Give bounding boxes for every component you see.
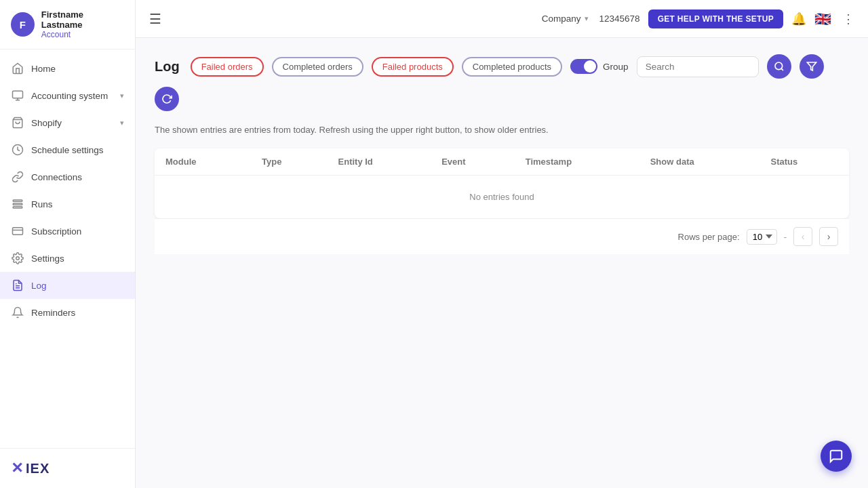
search-button[interactable] (767, 54, 791, 79)
sidebar-item-accounting-system[interactable]: Accounting system ▾ (0, 82, 135, 109)
accounting-icon (11, 89, 24, 102)
svg-rect-7 (13, 207, 22, 208)
logo: ✕IEX (11, 460, 124, 477)
table-body: No entries found (155, 176, 849, 219)
chevron-down-icon: ▾ (120, 119, 124, 127)
toggle-thumb (584, 60, 596, 73)
filter-button[interactable] (800, 54, 824, 79)
user-info: Firstname Lastname Account (41, 9, 124, 39)
connections-icon (11, 170, 24, 184)
no-entries-text: No entries found (155, 176, 849, 219)
chat-fab-button[interactable] (821, 441, 852, 472)
reminders-icon (11, 306, 24, 319)
settings-icon (11, 251, 24, 265)
sidebar-item-settings[interactable]: Settings (0, 245, 135, 272)
group-label: Group (603, 62, 629, 72)
svg-point-10 (16, 257, 20, 260)
sidebar-item-label: Connections (31, 172, 82, 182)
content-inner: Log Failed orders Completed orders Faile… (136, 38, 868, 270)
next-page-button[interactable]: › (819, 227, 838, 246)
failed-products-filter[interactable]: Failed products (372, 57, 454, 77)
sidebar-logo: ✕IEX (0, 448, 135, 488)
company-selector[interactable]: Company ▾ (542, 14, 589, 24)
completed-orders-filter[interactable]: Completed orders (272, 57, 363, 77)
log-table: Module Type Entity Id Event Timestamp Sh… (155, 148, 849, 218)
sidebar-item-log[interactable]: Log (0, 272, 135, 299)
subscription-icon (11, 224, 24, 238)
sidebar-item-subscription[interactable]: Subscription (0, 218, 135, 245)
sidebar-nav: Home Accounting system ▾ Shopify ▾ Sched… (0, 49, 135, 448)
more-options-icon[interactable]: ⋮ (842, 12, 854, 26)
clock-icon (11, 143, 24, 157)
prev-page-button[interactable]: ‹ (793, 227, 812, 246)
info-text: The shown entries are entries from today… (155, 125, 849, 135)
col-type: Type (251, 148, 328, 176)
user-role: Account (41, 30, 124, 39)
chevron-down-icon: ▾ (120, 92, 124, 100)
toggle-track[interactable] (570, 59, 597, 74)
svg-rect-0 (13, 91, 23, 98)
search-input[interactable] (637, 56, 759, 77)
home-icon (11, 62, 24, 75)
company-label: Company (542, 14, 581, 24)
sidebar: F Firstname Lastname Account Home Accoun… (0, 0, 136, 488)
log-icon (11, 279, 24, 292)
page-title: Log (155, 59, 180, 75)
rows-per-page-label: Rows per page: (678, 232, 740, 242)
failed-orders-filter[interactable]: Failed orders (191, 57, 264, 77)
bell-icon[interactable]: 🔔 (791, 12, 806, 26)
svg-line-14 (781, 68, 783, 70)
svg-rect-8 (13, 228, 23, 235)
svg-marker-15 (807, 62, 816, 70)
sidebar-item-label: Accounting system (31, 91, 108, 101)
sidebar-item-schedule-settings[interactable]: Schedule settings (0, 136, 135, 163)
sidebar-item-label: Shopify (31, 118, 62, 128)
completed-products-filter[interactable]: Completed products (462, 57, 562, 77)
group-toggle[interactable]: Group (570, 59, 629, 74)
sidebar-item-shopify[interactable]: Shopify ▾ (0, 109, 135, 136)
sidebar-item-label: Subscription (31, 226, 81, 237)
sidebar-item-reminders[interactable]: Reminders (0, 299, 135, 326)
topbar: ☰ Company ▾ 12345678 GET HELP WITH THE S… (136, 0, 868, 38)
log-header: Log Failed orders Completed orders Faile… (155, 54, 849, 111)
svg-rect-5 (13, 200, 22, 201)
sidebar-item-label: Log (31, 281, 47, 291)
col-timestamp: Timestamp (515, 148, 639, 176)
col-event: Event (431, 148, 515, 176)
flag-icon[interactable]: 🇬🇧 (814, 11, 831, 27)
svg-rect-6 (13, 203, 22, 205)
col-status: Status (760, 148, 850, 176)
hamburger-menu-icon[interactable]: ☰ (149, 11, 161, 27)
sidebar-item-runs[interactable]: Runs (0, 190, 135, 218)
runs-icon (11, 197, 24, 211)
col-module: Module (155, 148, 251, 176)
refresh-button[interactable] (155, 87, 179, 111)
rows-per-page-select[interactable]: 10 25 50 (747, 229, 777, 245)
pagination: Rows per page: 10 25 50 - ‹ › (155, 218, 849, 254)
table-row-empty: No entries found (155, 176, 849, 219)
sidebar-header: F Firstname Lastname Account (0, 0, 135, 49)
sidebar-item-home[interactable]: Home (0, 55, 135, 82)
company-id: 12345678 (599, 14, 640, 24)
sidebar-item-label: Schedule settings (31, 145, 104, 155)
sidebar-item-connections[interactable]: Connections (0, 163, 135, 190)
help-button[interactable]: GET HELP WITH THE SETUP (648, 9, 783, 28)
main-area: ☰ Company ▾ 12345678 GET HELP WITH THE S… (136, 0, 868, 488)
chevron-down-icon: ▾ (585, 14, 589, 23)
col-entity-id: Entity Id (328, 148, 431, 176)
content-area: Log Failed orders Completed orders Faile… (136, 38, 868, 488)
svg-point-13 (775, 62, 783, 70)
table-header: Module Type Entity Id Event Timestamp Sh… (155, 148, 849, 176)
page-info: - (784, 232, 787, 242)
col-show-data: Show data (639, 148, 760, 176)
avatar: F (11, 12, 35, 37)
sidebar-item-label: Settings (31, 253, 64, 264)
sidebar-item-label: Home (31, 64, 56, 74)
sidebar-item-label: Reminders (31, 308, 75, 318)
sidebar-item-label: Runs (31, 199, 53, 209)
user-name: Firstname Lastname (41, 9, 124, 30)
shopify-icon (11, 116, 24, 129)
